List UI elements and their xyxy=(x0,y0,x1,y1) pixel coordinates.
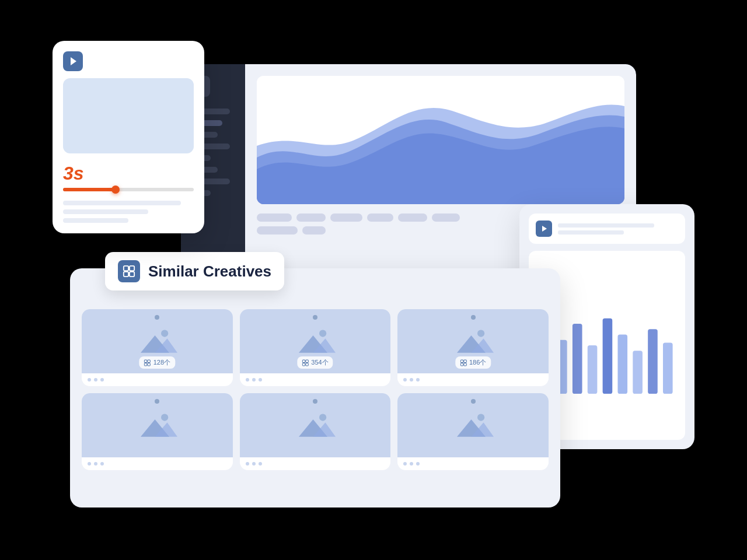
card-line xyxy=(63,201,181,205)
svg-rect-37 xyxy=(573,324,582,394)
svg-rect-38 xyxy=(588,345,598,394)
creative-footer xyxy=(82,457,233,470)
svg-rect-15 xyxy=(302,360,305,363)
creative-footer xyxy=(397,373,549,386)
card-line xyxy=(63,209,148,214)
card-preview-area xyxy=(63,78,194,153)
creative-img: 186个 xyxy=(397,309,549,373)
img-dot xyxy=(155,399,159,404)
creative-img: 354个 xyxy=(240,309,391,373)
card-header xyxy=(63,51,194,71)
play-triangle-icon xyxy=(71,57,76,65)
right-top-card xyxy=(529,214,685,244)
svg-rect-40 xyxy=(617,335,627,394)
similar-creatives-panel: Similar Creatives 128个 xyxy=(70,268,560,508)
creative-footer xyxy=(82,373,233,386)
card-line xyxy=(63,218,128,223)
svg-rect-25 xyxy=(463,363,466,366)
badge-count: 186个 xyxy=(469,358,486,367)
creative-card[interactable]: 186个 xyxy=(397,309,549,386)
svg-point-29 xyxy=(319,414,326,421)
video-card: 3s xyxy=(53,41,204,233)
right-line xyxy=(558,223,654,228)
card-lines xyxy=(63,201,194,223)
creative-card[interactable] xyxy=(397,393,549,470)
svg-point-19 xyxy=(477,330,484,337)
similar-creatives-title: Similar Creatives xyxy=(148,262,271,281)
svg-rect-11 xyxy=(148,363,151,366)
svg-rect-9 xyxy=(148,360,151,363)
svg-point-26 xyxy=(161,414,168,421)
filter-pill[interactable] xyxy=(296,214,326,222)
creative-img: 128个 xyxy=(82,309,233,373)
svg-rect-43 xyxy=(663,342,673,394)
slider-track[interactable] xyxy=(63,188,194,191)
right-card-lines xyxy=(558,223,678,235)
svg-point-5 xyxy=(161,330,168,337)
creative-footer xyxy=(240,457,391,470)
svg-point-32 xyxy=(477,414,484,421)
filter-pill[interactable] xyxy=(367,214,393,222)
svg-rect-42 xyxy=(648,329,658,394)
svg-rect-2 xyxy=(130,266,134,271)
slider-thumb[interactable] xyxy=(111,186,120,194)
svg-point-12 xyxy=(319,330,326,337)
filter-pill[interactable] xyxy=(330,214,362,222)
svg-rect-23 xyxy=(463,360,466,363)
badge-count: 354个 xyxy=(311,358,328,367)
svg-rect-41 xyxy=(633,351,643,394)
badge-count: 128个 xyxy=(153,358,170,367)
svg-rect-3 xyxy=(124,272,128,276)
creative-badge: 354个 xyxy=(297,356,333,369)
img-dot xyxy=(313,399,317,404)
filter-pill[interactable] xyxy=(257,226,298,235)
svg-rect-8 xyxy=(145,360,148,363)
svg-rect-1 xyxy=(124,266,128,271)
img-dot xyxy=(155,315,159,320)
creative-card[interactable]: 354个 xyxy=(240,309,391,386)
right-line xyxy=(558,230,624,235)
right-play-triangle-icon xyxy=(542,226,547,232)
play-icon[interactable] xyxy=(63,51,83,71)
svg-rect-18 xyxy=(306,363,309,366)
area-chart xyxy=(257,76,624,204)
timer-section: 3s xyxy=(63,160,194,194)
creative-footer xyxy=(240,373,391,386)
img-dot xyxy=(471,399,476,404)
slider-fill xyxy=(63,188,116,191)
svg-rect-22 xyxy=(460,360,463,363)
svg-rect-16 xyxy=(306,360,309,363)
creative-card[interactable] xyxy=(240,393,391,470)
svg-rect-10 xyxy=(145,363,148,366)
filter-pill[interactable] xyxy=(257,214,292,222)
creative-badge: 128个 xyxy=(139,356,175,369)
img-dot xyxy=(313,315,317,320)
creative-badge: 186个 xyxy=(455,356,491,369)
img-dot xyxy=(471,315,476,320)
timer-value: 3s xyxy=(63,163,194,184)
similar-creatives-tooltip: Similar Creatives xyxy=(105,252,284,290)
creative-img xyxy=(82,393,233,457)
creative-img xyxy=(397,393,549,457)
creative-card[interactable]: 128个 xyxy=(82,309,233,386)
scene: 3s Similar Creatives xyxy=(53,29,694,531)
filter-pill[interactable] xyxy=(398,214,427,222)
filter-pill[interactable] xyxy=(302,226,326,235)
creative-footer xyxy=(397,457,549,470)
creative-card[interactable] xyxy=(82,393,233,470)
svg-rect-4 xyxy=(130,272,134,276)
svg-rect-17 xyxy=(302,363,305,366)
creative-img xyxy=(240,393,391,457)
filter-pill[interactable] xyxy=(432,214,460,222)
right-play-icon xyxy=(536,220,552,237)
creatives-grid: 128个 354个 xyxy=(82,309,549,470)
svg-rect-39 xyxy=(603,318,613,394)
similar-creatives-icon xyxy=(118,260,140,282)
svg-rect-24 xyxy=(460,363,463,366)
